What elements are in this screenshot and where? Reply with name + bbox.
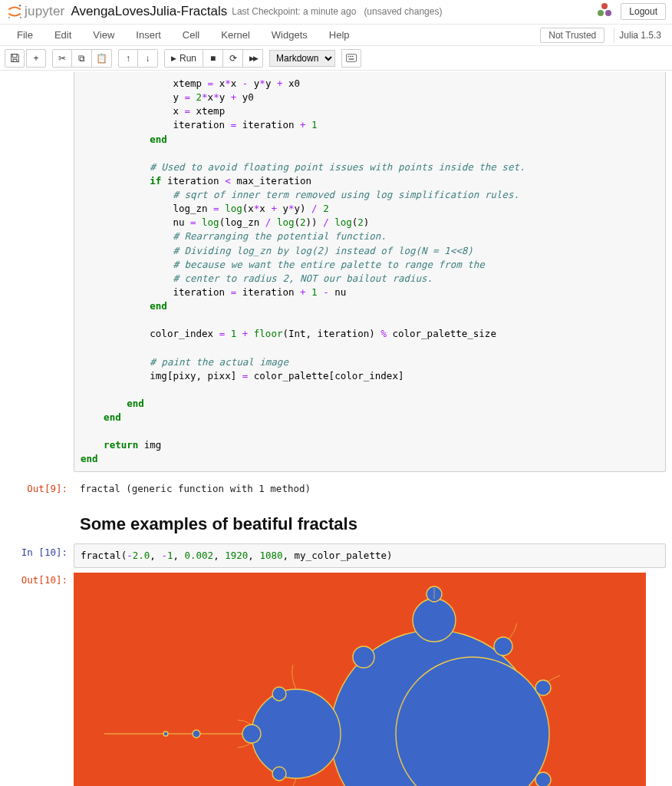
- cut-button[interactable]: ✂: [52, 49, 72, 68]
- unsaved-changes: (unsaved changes): [364, 6, 442, 17]
- paste-icon: 📋: [96, 53, 107, 64]
- save-icon: [10, 53, 20, 63]
- code-cell[interactable]: xtemp = x*x - y*y + x0 y = 2*x*y + y0 x …: [0, 71, 672, 474]
- notebook-header: jupyter AvengaLovesJulia-Fractals Last C…: [0, 0, 672, 25]
- svg-point-15: [252, 689, 341, 778]
- output-prompt: Out[9]:: [0, 480, 74, 497]
- markdown-cell[interactable]: Some examples of beatiful fractals: [0, 499, 672, 542]
- not-trusted-badge[interactable]: Not Trusted: [540, 28, 604, 43]
- markdown-heading: Some examples of beatiful fractals: [80, 514, 660, 534]
- svg-point-23: [353, 646, 374, 668]
- kernel-indicator-icon: [595, 2, 614, 21]
- code-input-area[interactable]: fractal(-2.0, -1, 0.002, 1920, 1080, my_…: [74, 543, 666, 568]
- output-text: fractal (generic function with 1 method): [74, 480, 666, 497]
- menu-view[interactable]: View: [82, 26, 125, 44]
- input-prompt: In [10]:: [0, 543, 74, 568]
- stop-icon: ■: [210, 53, 216, 64]
- run-button[interactable]: ▶ Run: [164, 49, 203, 68]
- svg-point-30: [163, 732, 168, 736]
- menu-insert[interactable]: Insert: [125, 26, 172, 44]
- add-cell-button[interactable]: +: [26, 49, 46, 68]
- svg-point-20: [242, 725, 261, 743]
- restart-icon: ⟳: [229, 53, 237, 64]
- svg-point-1: [8, 16, 10, 18]
- run-label: Run: [180, 53, 196, 64]
- checkpoint-time: a minute ago: [303, 6, 356, 17]
- menu-widgets[interactable]: Widgets: [261, 26, 318, 44]
- svg-rect-10: [349, 58, 354, 59]
- toolbar: + ✂ ⧉ 📋 ↑ ↓ ▶ Run ■ ⟳ ▶▶ Markdown: [0, 46, 672, 71]
- plus-icon: +: [33, 53, 38, 64]
- output-cell: Out[10]:: [0, 570, 672, 786]
- logout-button[interactable]: Logout: [621, 3, 666, 20]
- command-palette-button[interactable]: [341, 49, 361, 68]
- svg-rect-9: [352, 56, 354, 57]
- jupyter-logo-text: jupyter: [25, 4, 64, 19]
- svg-point-21: [272, 687, 286, 701]
- svg-point-22: [272, 767, 286, 781]
- svg-point-28: [535, 772, 551, 786]
- notebook-title[interactable]: AvengaLovesJulia-Fractals: [71, 4, 227, 19]
- svg-point-29: [193, 730, 200, 738]
- jupyter-logo[interactable]: jupyter: [6, 3, 64, 20]
- svg-point-3: [601, 3, 608, 9]
- markdown-prompt: [0, 500, 74, 540]
- output-cell: Out[9]: fractal (generic function with 1…: [0, 478, 672, 499]
- svg-point-0: [19, 4, 21, 6]
- svg-point-4: [598, 10, 604, 16]
- move-up-button[interactable]: ↑: [118, 49, 138, 68]
- cell-type-select[interactable]: Markdown: [269, 50, 335, 67]
- copy-icon: ⧉: [78, 53, 85, 64]
- code-cell[interactable]: In [10]: fractal(-2.0, -1, 0.002, 1920, …: [0, 542, 672, 570]
- fractal-output-image: [74, 573, 646, 786]
- menu-kernel[interactable]: Kernel: [210, 26, 261, 44]
- arrow-up-icon: ↑: [126, 53, 130, 64]
- svg-point-27: [535, 680, 551, 695]
- arrow-down-icon: ↓: [146, 53, 150, 64]
- menu-edit[interactable]: Edit: [44, 26, 82, 44]
- restart-run-all-button[interactable]: ▶▶: [243, 49, 263, 68]
- paste-button[interactable]: 📋: [92, 49, 112, 68]
- keyboard-icon: [346, 54, 357, 62]
- restart-button[interactable]: ⟳: [223, 49, 243, 68]
- svg-rect-6: [346, 54, 356, 62]
- menu-cell[interactable]: Cell: [172, 26, 210, 44]
- save-button[interactable]: [5, 49, 25, 68]
- move-down-button[interactable]: ↓: [138, 49, 158, 68]
- menu-help[interactable]: Help: [318, 26, 361, 44]
- checkpoint-status: Last Checkpoint: a minute ago (unsaved c…: [232, 6, 442, 17]
- fast-forward-icon: ▶▶: [249, 54, 257, 62]
- output-prompt: Out[10]:: [0, 571, 74, 786]
- svg-point-25: [494, 637, 512, 656]
- checkpoint-prefix: Last Checkpoint:: [232, 6, 300, 17]
- svg-rect-8: [350, 56, 351, 57]
- cut-icon: ✂: [58, 53, 66, 64]
- jupyter-logo-icon: [6, 3, 23, 20]
- svg-rect-7: [348, 56, 350, 57]
- input-prompt: [0, 72, 74, 472]
- svg-point-16: [413, 599, 456, 642]
- code-input-area[interactable]: xtemp = x*x - y*y + x0 y = 2*x*y + y0 x …: [74, 72, 666, 472]
- menu-file[interactable]: File: [6, 26, 44, 44]
- svg-point-2: [20, 16, 21, 18]
- menubar: File Edit View Insert Cell Kernel Widget…: [0, 25, 672, 46]
- play-icon: ▶: [171, 54, 176, 62]
- notebook-container: xtemp = x*x - y*y + x0 y = 2*x*y + y0 x …: [0, 71, 672, 786]
- copy-button[interactable]: ⧉: [72, 49, 92, 68]
- svg-point-5: [605, 10, 611, 16]
- interrupt-button[interactable]: ■: [203, 49, 223, 68]
- kernel-name[interactable]: Julia 1.5.3: [614, 28, 666, 42]
